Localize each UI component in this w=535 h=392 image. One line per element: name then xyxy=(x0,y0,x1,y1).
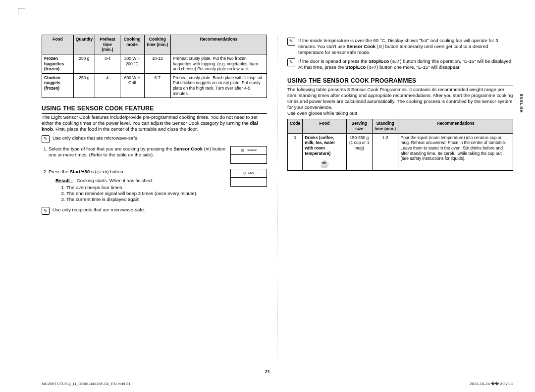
footer-date: 2013-10-24 �� 2:37:11 xyxy=(470,382,513,386)
steam-icon: ≋ xyxy=(206,147,210,152)
eco-icon: ⊘/↺ xyxy=(369,65,376,70)
cup-icon: ☕ xyxy=(305,159,344,169)
note-text: Use only recipients that are microwave-s… xyxy=(53,207,145,215)
cell-food: Chicken nuggets (frozen) xyxy=(42,73,74,98)
cell-rec: Preheat crusty plate. Brush plate with 1… xyxy=(171,73,267,98)
th-size: Serving size xyxy=(346,119,372,133)
programme-table: Code Food Serving size Standing time (mi… xyxy=(287,119,513,171)
result-item: The end reminder signal will beep 3 time… xyxy=(66,191,267,196)
cell-rec: Preheat crusty plate. Put the two frozen… xyxy=(171,54,267,73)
table-row: Chicken nuggets (frozen) 250 g 4 600 W +… xyxy=(42,73,267,98)
th-time: Cooking time (min.) xyxy=(144,35,170,54)
note-recipients: Use only recipients that are microwave-s… xyxy=(42,207,267,215)
left-column: Food Quantity Preheat time (min.) Cookin… xyxy=(42,35,277,367)
start-button-figure: ◇+30s xyxy=(230,169,267,187)
print-footer: MC285TCTCSQ_LI_DE68-04126F-02_EN.indd 21… xyxy=(42,382,513,386)
cell-code: 1 xyxy=(288,133,303,171)
note-icon xyxy=(287,38,295,46)
page-number: 21 xyxy=(0,369,535,374)
result-item: The current time is displayed again. xyxy=(66,196,267,202)
note-icon xyxy=(287,58,295,66)
cell-preheat: 4 xyxy=(95,73,120,98)
table-row: Frozen baguettes (frozen) 250 g 3-4 300 … xyxy=(42,54,267,73)
crop-mark xyxy=(18,8,25,15)
cell-food: Drinks (coffee, milk, tea, water with ro… xyxy=(303,133,346,171)
th-food: Food xyxy=(303,119,346,133)
cell-qty: 250 g xyxy=(73,73,95,98)
cell-time: 6-7 xyxy=(144,73,170,98)
step-1: ≋ Sensor Select the type of food that yo… xyxy=(49,146,267,164)
page-content: Food Quantity Preheat time (min.) Cookin… xyxy=(42,35,513,367)
th-food: Food xyxy=(42,35,74,54)
programmes-intro: The following table presents 8 Sensor Co… xyxy=(287,87,513,110)
steps-list: ≋ Sensor Select the type of food that yo… xyxy=(49,146,267,202)
cell-size: 150-250 g (1 cup or 1 mug) xyxy=(346,133,372,171)
th-rec: Recommendations xyxy=(171,35,267,54)
table-row: 1 Drinks (coffee, milk, tea, water with … xyxy=(288,133,513,171)
steam-icon: ≋ xyxy=(241,148,245,153)
note-icon xyxy=(42,207,50,215)
cell-mode: 300 W + 200 °C xyxy=(120,54,144,73)
th-preheat: Preheat time (min.) xyxy=(95,35,120,54)
note-hot: If the inside temperature is over the 60… xyxy=(287,38,513,55)
note-text: If the inside temperature is over the 60… xyxy=(298,38,513,55)
note-dishes: Use only dishes that are microwave-safe. xyxy=(42,135,267,143)
step-2: ◇+30s Press the Start/+30 s (◇+30s) butt… xyxy=(49,169,267,202)
th-stand: Standing time (min.) xyxy=(372,119,398,133)
diamond-icon: ◇ xyxy=(243,171,246,176)
cell-rec: Pour the liquid (room temperature) into … xyxy=(398,133,513,171)
section-heading-feature: USING THE SENSOR COOK FEATURE xyxy=(42,105,267,114)
programmes-intro2: Use oven gloves while taking out! xyxy=(287,110,513,116)
note-text: Use only dishes that are microwave-safe. xyxy=(53,135,139,143)
cell-stand: 1-2 xyxy=(372,133,398,171)
note-text: If the door is opened or press the Stop/… xyxy=(298,58,513,70)
eco-icon: ⊘/↺ xyxy=(392,59,400,64)
footer-file: MC285TCTCSQ_LI_DE68-04126F-02_EN.indd 21 xyxy=(42,382,131,386)
cell-preheat: 3-4 xyxy=(95,54,120,73)
cooking-table: Food Quantity Preheat time (min.) Cookin… xyxy=(42,35,267,98)
steam-icon: ≋ xyxy=(378,44,382,49)
cell-food: Frozen baguettes (frozen) xyxy=(42,54,74,73)
manual-page: ENGLISH Food Quantity Preheat time (min.… xyxy=(0,0,535,392)
right-column: If the inside temperature is over the 60… xyxy=(277,35,513,367)
th-code: Code xyxy=(288,119,303,133)
th-rec: Recommendations xyxy=(398,119,513,133)
result-label: Result : xyxy=(55,178,73,183)
cell-mode: 600 W + Grill xyxy=(120,73,144,98)
cell-qty: 250 g xyxy=(73,54,95,73)
th-mode: Cooking mode xyxy=(120,35,144,54)
language-tab: ENGLISH xyxy=(520,94,523,113)
sensor-button-figure: ≋ Sensor xyxy=(230,146,267,164)
section-heading-programmes: USING THE SENSOR COOK PROGRAMMES xyxy=(287,77,513,86)
result-list: The oven beeps four times. The end remin… xyxy=(66,185,267,202)
note-icon xyxy=(42,135,50,143)
cell-time: 10-12 xyxy=(144,54,170,73)
th-qty: Quantity xyxy=(73,35,95,54)
feature-intro: The Eight Sensor Cook features include/p… xyxy=(42,114,267,132)
note-e15: If the door is opened or press the Stop/… xyxy=(287,58,513,70)
